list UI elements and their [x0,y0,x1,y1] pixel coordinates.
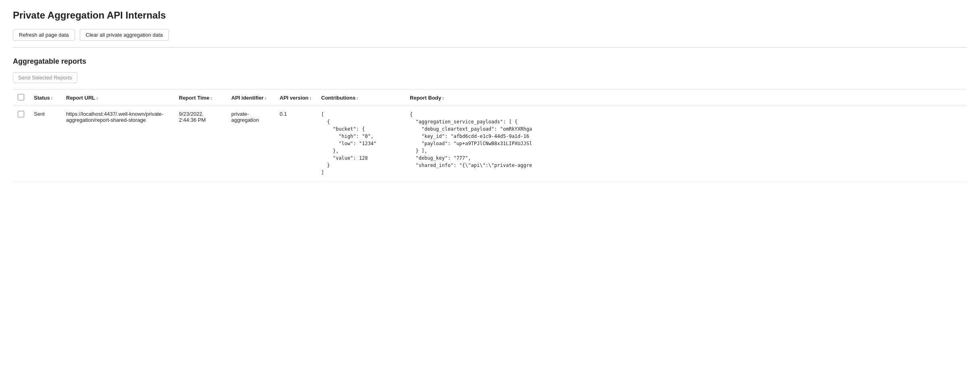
row-api-ver: 0.1 [275,106,316,181]
sort-icon-time: ↕ [210,96,213,100]
section-title: Aggregatable reports [13,57,967,66]
row-status: Sent [29,106,61,181]
row-api-id: private-aggregation [226,106,275,181]
sort-icon-body: ↕ [442,96,444,100]
sort-icon-url: ↕ [96,96,98,100]
toolbar: Refresh all page data Clear all private … [13,29,967,41]
sort-icon-api-ver: ↕ [309,96,312,100]
row-time: 9/23/2022, 2:44:36 PM [174,106,226,181]
sort-icon-contributions: ↕ [356,96,359,100]
reports-table: Status↕ Report URL↕ Report Time↕ API ide… [13,90,967,181]
col-label-url: Report URL [66,95,95,101]
col-label-status: Status [34,95,50,101]
body-pre: { "aggregation_service_payloads": [ { "d… [410,111,962,169]
col-header-status[interactable]: Status↕ [29,90,61,106]
row-body: { "aggregation_service_payloads": [ { "d… [405,106,967,181]
col-header-checkbox [13,90,29,106]
table-header-row: Status↕ Report URL↕ Report Time↕ API ide… [13,90,967,106]
col-header-api-id[interactable]: API identifier↕ [226,90,275,106]
clear-button[interactable]: Clear all private aggregation data [80,29,169,41]
row-checkbox-cell [13,106,29,181]
select-all-checkbox[interactable] [18,94,24,100]
row-contributions: [ { "bucket": { "high": "0", "low": "123… [316,106,405,181]
refresh-button[interactable]: Refresh all page data [13,29,75,41]
send-selected-button[interactable]: Send Selected Reports [13,72,77,83]
contributions-pre: [ { "bucket": { "high": "0", "low": "123… [321,111,400,176]
col-header-time[interactable]: Report Time↕ [174,90,226,106]
table-row: Sent https://localhost:4437/.well-known/… [13,106,967,181]
col-header-api-ver[interactable]: API version↕ [275,90,316,106]
page-title: Private Aggregation API Internals [13,10,967,21]
col-label-api-ver: API version [280,95,309,101]
col-header-body[interactable]: Report Body↕ [405,90,967,106]
col-label-api-id: API identifier [231,95,264,101]
col-label-time: Report Time [179,95,210,101]
row-checkbox[interactable] [18,111,24,117]
col-header-url[interactable]: Report URL↕ [61,90,174,106]
divider [13,47,967,48]
col-label-contributions: Contributions [321,95,355,101]
table-body: Sent https://localhost:4437/.well-known/… [13,106,967,181]
sort-icon-api-id: ↕ [264,96,267,100]
col-header-contributions[interactable]: Contributions↕ [316,90,405,106]
row-url: https://localhost:4437/.well-known/priva… [61,106,174,181]
send-button-wrapper: Send Selected Reports [13,72,967,83]
col-label-body: Report Body [410,95,441,101]
sort-icon-status: ↕ [51,96,53,100]
table-header: Status↕ Report URL↕ Report Time↕ API ide… [13,90,967,106]
